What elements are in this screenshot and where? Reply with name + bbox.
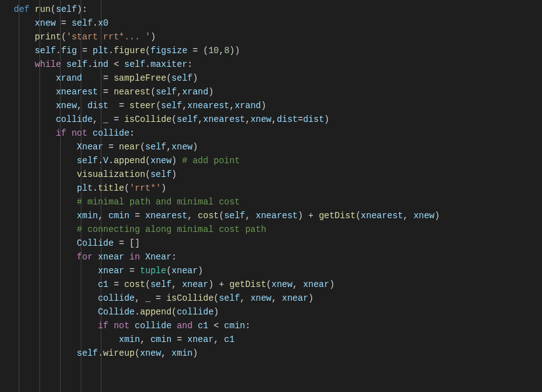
code-line[interactable]: print('start rrt*... ') <box>0 30 542 44</box>
code-line[interactable]: plt.title('rrt*') <box>0 181 542 195</box>
code-line[interactable]: xnew, dist = steer(self,xnearest,xrand) <box>0 99 542 113</box>
code-line[interactable]: self.fig = plt.figure(figsize = (10,8)) <box>0 44 542 58</box>
code-line[interactable]: xmin, cmin = xnearest, cost(self, xneare… <box>0 209 542 223</box>
code-line[interactable]: xnearest = nearest(self,xrand) <box>0 85 542 99</box>
code-line[interactable]: # minimal path and minimal cost <box>0 195 542 209</box>
code-line[interactable]: Collide.append(collide) <box>0 305 542 319</box>
code-line[interactable]: visualization(self) <box>0 168 542 181</box>
code-line[interactable]: def run(self): <box>0 3 542 16</box>
code-line[interactable]: while self.ind < self.maxiter: <box>0 58 542 71</box>
code-line[interactable]: xmin, cmin = xnear, c1 <box>0 333 542 346</box>
code-line[interactable]: if not collide and c1 < cmin: <box>0 319 542 333</box>
code-line[interactable]: c1 = cost(self, xnear) + getDist(xnew, x… <box>0 278 542 291</box>
code-line[interactable]: self.wireup(xnew, xmin) <box>0 346 542 360</box>
code-line[interactable]: self.V.append(xnew) # add point <box>0 154 542 168</box>
code-line[interactable]: # connecting along minimal cost path <box>0 223 542 236</box>
code-line[interactable]: for xnear in Xnear: <box>0 250 542 264</box>
code-line[interactable]: xnear = tuple(xnear) <box>0 264 542 278</box>
code-lines: def run(self): xnew = self.x0 print('sta… <box>0 3 542 360</box>
code-line[interactable]: Collide = [] <box>0 236 542 250</box>
code-editor[interactable]: def run(self): xnew = self.x0 print('sta… <box>0 0 542 392</box>
code-line[interactable]: Xnear = near(self,xnew) <box>0 140 542 154</box>
code-line[interactable]: collide, _ = isCollide(self,xnearest,xne… <box>0 113 542 126</box>
code-line[interactable]: xnew = self.x0 <box>0 16 542 30</box>
code-line[interactable]: collide, _ = isCollide(self, xnew, xnear… <box>0 291 542 305</box>
code-line[interactable]: xrand = sampleFree(self) <box>0 71 542 85</box>
code-line[interactable]: if not collide: <box>0 126 542 140</box>
